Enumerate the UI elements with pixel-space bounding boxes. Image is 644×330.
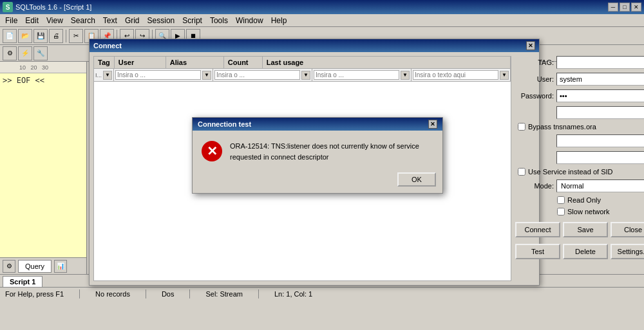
filter-lastusage-input[interactable] <box>413 70 498 80</box>
dropdown-1[interactable] <box>556 106 644 119</box>
save-button[interactable]: Save <box>563 222 608 237</box>
bypass-checkbox[interactable] <box>518 123 526 131</box>
close-button[interactable]: Close <box>611 222 644 237</box>
connect-button[interactable]: Connect <box>515 222 560 237</box>
filter-user-btn[interactable]: ▼ <box>202 71 211 80</box>
connect-dialog-titlebar: Connect ✕ <box>90 39 539 52</box>
password-input[interactable] <box>556 89 644 102</box>
filter-row: I... ▼ ▼ ▼ ▼ <box>94 69 511 82</box>
connect-form: TAG: User: Password: <box>515 56 644 281</box>
form-row-mode: Mode: Normal <box>515 179 644 192</box>
filter-cell-user: ▼ <box>114 69 213 81</box>
dropdown-row-2 <box>515 134 644 147</box>
bypass-row: Bypass tnsnames.ora <box>515 123 644 131</box>
filter-count-btn[interactable]: ▼ <box>401 71 410 80</box>
conntest-title-bar: Connection test ✕ <box>193 118 442 131</box>
test-button[interactable]: Test <box>515 244 560 259</box>
use-service-checkbox[interactable] <box>518 168 526 176</box>
settings-button[interactable]: Settings... <box>611 244 644 259</box>
conntest-footer: OK <box>193 169 442 193</box>
ok-button[interactable]: OK <box>397 172 436 187</box>
dropdown-2[interactable] <box>556 134 644 147</box>
table-header: Tag User Alias Count Last usage <box>94 57 511 69</box>
dropdown-3[interactable] <box>556 151 644 164</box>
readonly-label: Read Only <box>567 196 601 204</box>
filter-cell-tag: I... ▼ <box>94 69 114 81</box>
col-user: User <box>115 57 166 68</box>
tag-input[interactable] <box>556 56 644 69</box>
form-row-password: Password: <box>515 89 644 102</box>
password-label: Password: <box>515 92 554 100</box>
dropdown-row-3 <box>515 151 644 164</box>
conntest-message: ORA-12514: TNS:listener does not current… <box>230 141 433 162</box>
mode-label: Mode: <box>515 182 554 190</box>
use-service-label: Use Service instead of SID <box>528 168 612 176</box>
slownetwork-checkbox[interactable] <box>557 208 565 215</box>
error-icon: ✕ <box>202 141 222 161</box>
filter-cell-count: ▼ <box>312 69 412 81</box>
conntest-body: ✕ ORA-12514: TNS:listener does not curre… <box>193 131 442 169</box>
filter-tag-btn[interactable]: ▼ <box>103 71 112 80</box>
slownetwork-row: Slow network <box>515 208 644 215</box>
connect-buttons-row1: Connect Save Close <box>515 222 644 237</box>
filter-lastusage-btn[interactable]: ▼ <box>500 71 509 80</box>
user-label: User: <box>515 75 554 83</box>
filter-alias-btn[interactable]: ▼ <box>301 71 310 80</box>
slownetwork-label: Slow network <box>567 208 609 215</box>
connect-dialog-close[interactable]: ✕ <box>526 41 535 50</box>
filter-tag-text: I... <box>95 72 102 78</box>
readonly-row: Read Only <box>515 196 644 204</box>
connect-buttons-row2: Test Delete Settings... <box>515 244 644 259</box>
filter-alias-input[interactable] <box>214 70 300 80</box>
bypass-label: Bypass tnsnames.ora <box>528 123 596 131</box>
delete-button[interactable]: Delete <box>563 244 608 259</box>
dialog-overlay: Connect ✕ Tag User Alias Count Last usag… <box>0 0 644 330</box>
connection-test-dialog: Connection test ✕ ✕ ORA-12514: TNS:liste… <box>192 117 443 194</box>
col-count: Count <box>224 57 263 68</box>
col-lastusage: Last usage <box>263 57 511 68</box>
filter-count-input[interactable] <box>314 70 399 80</box>
col-tag: Tag <box>94 57 115 68</box>
conntest-close-btn[interactable]: ✕ <box>428 120 437 129</box>
mode-select[interactable]: Normal <box>556 179 644 192</box>
filter-user-input[interactable] <box>115 70 201 80</box>
conntest-title-text: Connection test <box>198 120 251 128</box>
user-input[interactable] <box>556 73 644 86</box>
filter-cell-alias: ▼ <box>213 69 312 81</box>
form-row-user: User: <box>515 73 644 86</box>
form-row-tag: TAG: <box>515 56 644 69</box>
connect-dialog-title: Connect <box>93 42 122 50</box>
dropdown-row-1 <box>515 106 644 119</box>
tag-label: TAG: <box>515 59 554 66</box>
use-service-row: Use Service instead of SID <box>515 168 644 176</box>
filter-cell-lastusage: ▼ <box>412 69 511 81</box>
readonly-checkbox[interactable] <box>557 196 565 204</box>
col-alias: Alias <box>166 57 224 68</box>
